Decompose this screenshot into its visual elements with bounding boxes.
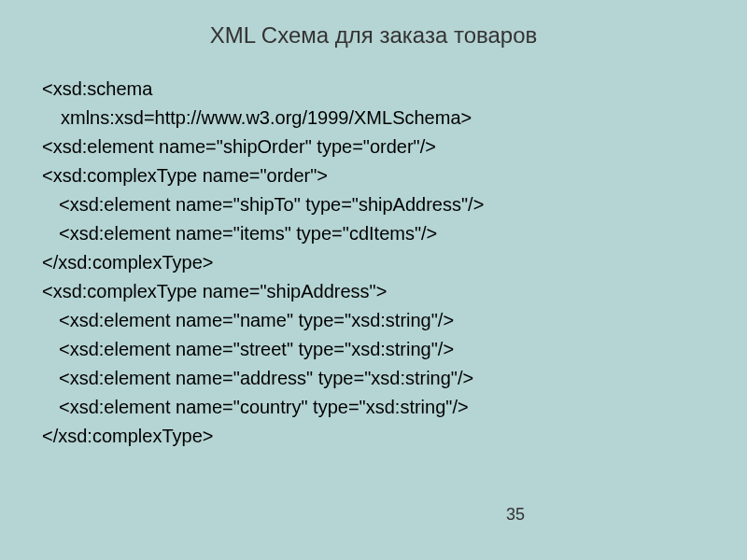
slide-title: XML Схема для заказа товаров xyxy=(42,19,705,49)
code-line: </xsd:complexType> xyxy=(42,422,705,451)
code-line: <xsd:element name="shipTo" type="shipAdd… xyxy=(42,190,705,219)
code-line: </xsd:complexType> xyxy=(42,248,705,277)
code-line: <xsd:complexType name="order"> xyxy=(42,161,705,190)
code-line: <xsd:element name="country" type="xsd:st… xyxy=(42,393,705,422)
slide-container: XML Схема для заказа товаров <xsd:schema… xyxy=(0,0,747,560)
code-line: xmlns:xsd=http://www.w3.org/1999/XMLSche… xyxy=(42,104,705,133)
code-line: <xsd:schema xyxy=(42,75,705,104)
code-line: <xsd:element name="street" type="xsd:str… xyxy=(42,335,705,364)
code-line: <xsd:element name="items" type="cdItems"… xyxy=(42,219,705,248)
code-line: <xsd:element name="address" type="xsd:st… xyxy=(42,364,705,393)
page-number: 35 xyxy=(506,505,525,525)
code-line: <xsd:element name="shipOrder" type="orde… xyxy=(42,133,705,161)
code-line: <xsd:element name="name" type="xsd:strin… xyxy=(42,306,705,335)
code-line: <xsd:complexType name="shipAddress"> xyxy=(42,277,705,306)
code-block: <xsd:schema xmlns:xsd=http://www.w3.org/… xyxy=(42,75,705,451)
